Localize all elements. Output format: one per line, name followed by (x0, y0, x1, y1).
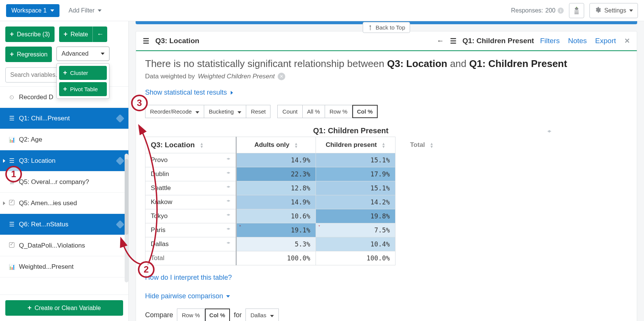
weighted-by: Data weighted by Weighted Children Prese… (145, 73, 628, 80)
sort-icon[interactable]: ▲▼ (381, 142, 385, 148)
arrow-left-icon[interactable]: ← (437, 37, 444, 45)
hide-pairwise-label: Hide pairwise comparison (145, 292, 223, 300)
variable-weighted-present[interactable]: Weighted...Present (0, 256, 128, 277)
sig-down-icon: ˅ (318, 225, 320, 230)
column-variable-title: Q1: Children Present ◂▸ (236, 126, 628, 135)
column-header[interactable]: Children present (326, 141, 377, 148)
table-row: Krakow ◂▸14.9%14.2% (145, 195, 449, 209)
remove-weight-icon[interactable]: ✕ (278, 73, 285, 80)
sort-icon[interactable]: ▲▼ (200, 142, 203, 148)
drag-handle-icon[interactable]: ◂▸ (547, 128, 550, 134)
compare-row-percent[interactable]: Row % (177, 309, 205, 321)
mode-all-percent[interactable]: All % (303, 105, 325, 118)
cluster-label: Cluster (70, 70, 88, 76)
mode-row-percent[interactable]: Row % (325, 105, 353, 118)
gear-icon (594, 6, 601, 15)
back-to-top-button[interactable]: ⭡ Back to Top (363, 22, 410, 33)
plus-icon (10, 30, 14, 38)
relate-label: Relate (70, 31, 88, 38)
data-cell: 15.1% (316, 153, 395, 167)
back-to-top-label: Back to Top (375, 24, 405, 31)
column-header[interactable]: Adults only (254, 141, 289, 148)
responses-count: Responses: 200 i (511, 7, 564, 14)
close-icon[interactable]: ✕ (624, 37, 630, 45)
data-cell: 10.4% (316, 237, 395, 251)
chevron-down-icon (98, 9, 102, 12)
notes-link[interactable]: Notes (568, 37, 587, 45)
chevron-down-icon (238, 111, 241, 114)
regression-label: Regression (17, 51, 48, 58)
create-clean-variable-button[interactable]: Create or Clean Variable (5, 300, 123, 316)
describe-button[interactable]: Describe (3) (5, 26, 55, 42)
drag-handle-icon[interactable]: ◂▸ (227, 240, 230, 245)
plus-icon (63, 85, 67, 93)
interpret-link[interactable]: How do I interpret this table? (145, 274, 628, 282)
filters-link[interactable]: Filters (540, 37, 560, 45)
describe-label: Describe (3) (17, 31, 50, 38)
info-icon[interactable]: i (558, 8, 564, 14)
data-cell: 14.2% (316, 195, 395, 209)
annotation-arrow (121, 117, 167, 276)
sort-icon[interactable]: ▲▼ (430, 142, 434, 148)
variable-q5-amenities[interactable]: Q5: Amen...ies used (0, 193, 128, 214)
variable-q1-children-present[interactable]: Q1: Chil...Present (0, 108, 128, 129)
cluster-button[interactable]: Cluster (59, 66, 107, 80)
reorder-label: Reorder/Recode (150, 108, 192, 115)
settings-label: Settings (604, 7, 626, 14)
add-filter-label: Add Filter (69, 7, 94, 14)
compare-city-dropdown[interactable]: Dallas (245, 309, 279, 321)
variable-list: Recorded D Q1: Chil...Present Q2: Age Q3… (0, 86, 128, 277)
data-cell: 12.8% (236, 181, 316, 195)
checkbox-icon (8, 242, 16, 249)
variable-label: Q5: Overal...r company? (19, 178, 89, 186)
card-header-right: Q1: Children Present (463, 37, 534, 45)
settings-button[interactable]: Settings (589, 3, 638, 18)
show-statistical-test-link[interactable]: Show statistical test results (145, 89, 234, 97)
sort-icon[interactable]: ▲▼ (294, 142, 298, 148)
add-filter-button[interactable]: Add Filter (69, 7, 101, 14)
card-header-left: Q3: Location (155, 37, 199, 45)
table-row: Paris ◂▸19.1%˄7.5%˅ (145, 223, 449, 237)
drag-handle-icon[interactable]: ◂▸ (227, 170, 230, 175)
relate-back-button[interactable]: ← (92, 26, 107, 42)
plus-icon (63, 69, 67, 77)
workspace-dropdown[interactable]: Workspace 1 (6, 4, 59, 17)
variable-data-policy[interactable]: Q_DataPoli...Violations (0, 235, 128, 256)
drag-handle-icon[interactable]: ◂▸ (227, 198, 230, 203)
regression-button[interactable]: Regression (5, 47, 52, 62)
drag-handle-icon[interactable]: ◂▸ (227, 184, 230, 189)
export-link[interactable]: Export (595, 37, 616, 45)
advanced-dropdown[interactable]: Advanced (56, 47, 109, 61)
list-icon (8, 221, 16, 228)
relate-button[interactable]: Relate (59, 26, 93, 42)
card-header: ☰ Q3: Location ← ☰ Q1: Children Present … (136, 31, 637, 51)
list-icon (8, 157, 16, 164)
mode-count[interactable]: Count (277, 105, 302, 118)
column-variable-label: Q1: Children Present (313, 126, 389, 135)
variable-q2-age[interactable]: Q2: Age (0, 129, 128, 150)
variable-label: Q3: Location (19, 157, 55, 165)
bucketing-button[interactable]: Bucketing (204, 105, 246, 118)
annotation-badge-1: 1 (5, 166, 22, 182)
hide-pairwise-link[interactable]: Hide pairwise comparison (145, 292, 230, 300)
responses-label: Responses: (511, 7, 543, 14)
reorder-recode-button[interactable]: Reorder/Recode (145, 105, 204, 118)
compare-col-percent[interactable]: Col % (205, 309, 230, 321)
create-clean-label: Create or Clean Variable (34, 305, 101, 312)
drag-handle-icon[interactable]: ◂▸ (227, 226, 230, 231)
drag-handle-icon[interactable]: ◂▸ (227, 156, 230, 160)
reset-button[interactable]: Reset (246, 105, 270, 118)
variable-q6-return-status[interactable]: Q6: Ret...nStatus (0, 214, 128, 235)
learn-button[interactable] (569, 3, 584, 18)
sig-up-icon: ˄ (239, 225, 241, 230)
pivot-table-button[interactable]: Pivot Table (59, 82, 107, 96)
responses-value: 200 (545, 7, 555, 14)
table-toolbar: Reorder/Recode Bucketing Reset Count All… (145, 105, 628, 118)
drag-handle-icon[interactable]: ◂▸ (227, 212, 230, 217)
data-cell: 22.3% (236, 167, 316, 181)
mode-col-percent[interactable]: Col % (352, 105, 378, 118)
checkbox-icon (8, 200, 16, 207)
table-row: Dallas ◂▸5.3%10.4% (145, 237, 449, 251)
variable-label: Q_DataPoli...Violations (19, 242, 85, 249)
chevron-down-icon (101, 53, 105, 55)
